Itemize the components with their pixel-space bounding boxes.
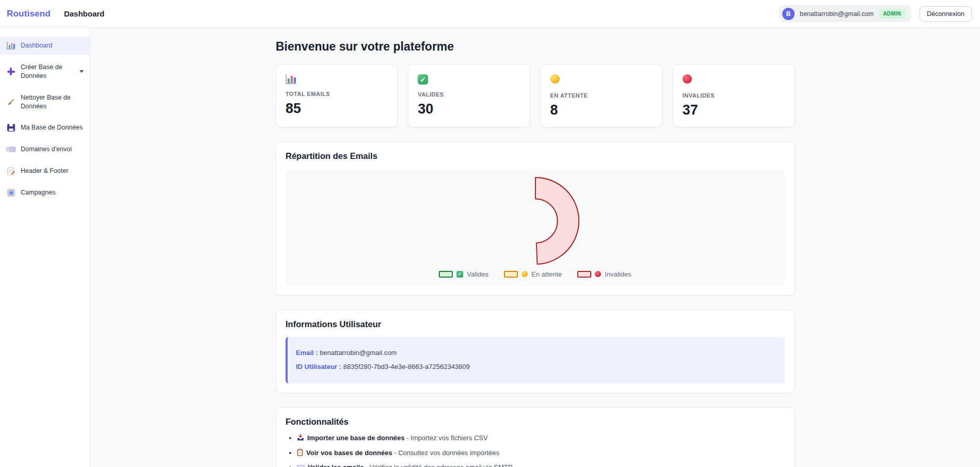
legend-swatch (439, 271, 453, 278)
user-pill: B benattarrobin@gmail.com ADMIN (779, 5, 911, 22)
memo-icon (6, 167, 15, 175)
plus-icon (6, 68, 15, 75)
yellow-circle-icon (550, 74, 560, 84)
email-distribution-panel: Répartition des Emails Valides En attent… (276, 141, 795, 296)
stat-card-total-emails: TOTAL EMAILS 85 (276, 64, 398, 127)
user-info-box: Email : benattarrobin@gmail.com ID Utili… (286, 337, 785, 383)
panel-title: Informations Utilisateur (286, 319, 785, 329)
floppy-disk-icon (6, 124, 15, 132)
emails-donut-chart (491, 176, 580, 265)
user-id-row: ID Utilisateur : 8835f280-7bd3-4e3e-8663… (296, 362, 777, 373)
legend-item-invalides[interactable]: Invalides (577, 270, 631, 278)
stat-card-en-attente: EN ATTENTE 8 (541, 64, 662, 127)
top-header: Routisend Dashboard B benattarrobin@gmai… (0, 0, 980, 28)
main-content: Bienvenue sur votre plateforme TOTAL EMA… (90, 28, 980, 467)
feature-item-validate: Valider les emailsVérifiez la validité d… (297, 463, 785, 467)
panel-title: Répartition des Emails (286, 151, 785, 161)
stat-value: 8 (550, 102, 653, 118)
legend-item-valides[interactable]: Valides (439, 270, 488, 278)
admin-role-badge: ADMIN (879, 9, 905, 19)
donut-segment-Invalides (535, 177, 579, 264)
sidebar-item-header-footer[interactable]: Header & Footer (0, 162, 90, 180)
chart-legend: Valides En attente Invalides (439, 270, 631, 278)
panel-title: Fonctionnalités (286, 417, 785, 427)
features-panel: Fonctionnalités Importer une base de don… (276, 407, 795, 467)
stat-value: 30 (418, 101, 520, 117)
inbox-tray-icon (297, 434, 304, 441)
features-list: Importer une base de donnéesImportez vos… (286, 434, 785, 467)
logout-button[interactable]: Déconnexion (920, 6, 972, 22)
stat-label: TOTAL EMAILS (286, 91, 388, 97)
sidebar-item-campagnes[interactable]: Campagnes (0, 184, 90, 202)
brand-logo[interactable]: Routisend (7, 9, 51, 19)
envelope-send-icon (6, 146, 15, 153)
user-email: benattarrobin@gmail.com (800, 10, 874, 18)
red-circle-icon (683, 74, 692, 84)
legend-swatch (504, 271, 518, 278)
avatar: B (782, 8, 795, 20)
page-heading: Bienvenue sur votre plateforme (276, 40, 795, 54)
check-mark-icon (418, 74, 428, 85)
yellow-circle-icon (521, 271, 528, 277)
feature-item-import: Importer une base de donnéesImportez vos… (297, 434, 785, 442)
legend-item-en-attente[interactable]: En attente (504, 270, 562, 278)
record-button-icon (6, 189, 15, 197)
stat-card-invalides: INVALIDES 37 (673, 64, 795, 127)
stat-label: EN ATTENTE (550, 92, 653, 99)
legend-swatch (577, 271, 591, 278)
paintbrush-icon (6, 98, 15, 106)
clipboard-icon (297, 448, 303, 456)
stat-value: 85 (286, 101, 388, 117)
bar-chart-icon (6, 42, 15, 50)
sidebar-item-ma-base[interactable]: Ma Base de Données (0, 119, 90, 137)
sidebar-item-nettoyer-base[interactable]: Nettoyer Base de Données (0, 89, 90, 116)
red-circle-icon (595, 271, 601, 277)
check-mark-icon (456, 271, 463, 278)
sidebar: Dashboard Créer Base de Données Nettoyer… (0, 28, 90, 467)
sidebar-item-creer-base[interactable]: Créer Base de Données (0, 58, 90, 85)
user-email-row: Email : benattarrobin@gmail.com (296, 348, 777, 359)
stat-label: INVALIDES (683, 92, 785, 99)
feature-item-view: Voir vos bases de donnéesConsultez vos d… (297, 448, 785, 457)
stat-label: VALIDES (418, 91, 520, 98)
stats-row: TOTAL EMAILS 85 VALIDES 30 EN ATTENTE 8 … (276, 64, 795, 127)
header-page-title: Dashboard (64, 9, 104, 18)
stat-card-valides: VALIDES 30 (408, 64, 530, 127)
sidebar-item-dashboard[interactable]: Dashboard (0, 37, 90, 55)
stat-value: 37 (683, 102, 785, 118)
bar-chart-icon (286, 74, 296, 84)
sidebar-item-domaines-envoi[interactable]: Domaines d'envoi (0, 140, 90, 158)
chevron-down-icon (80, 70, 84, 73)
user-info-panel: Informations Utilisateur Email : benatta… (276, 310, 795, 393)
envelope-icon (297, 465, 305, 467)
doughnut-chart-area: Valides En attente Invalides (286, 169, 785, 286)
